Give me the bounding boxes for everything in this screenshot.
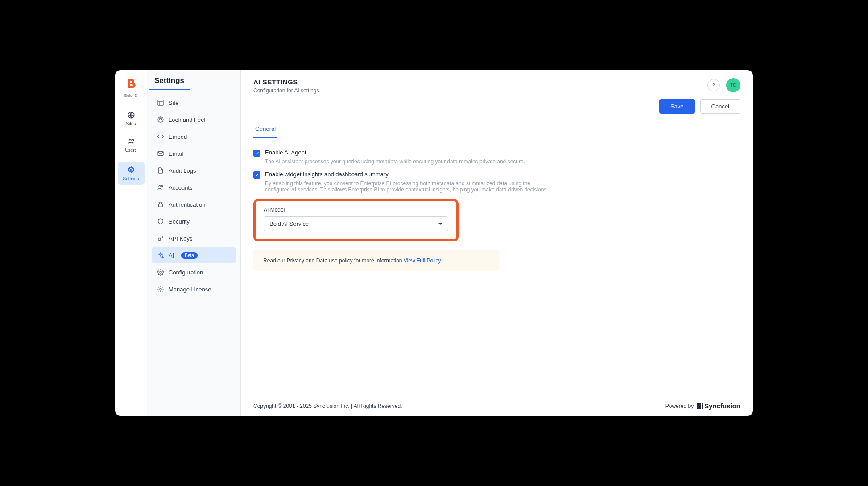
syncfusion-logo: Syncfusion xyxy=(697,402,740,410)
sidebar-item-label: Audit Logs xyxy=(169,167,196,174)
svg-point-6 xyxy=(159,119,160,119)
main-content: AI SETTINGS Configuration for AI setting… xyxy=(241,70,753,416)
cog-icon xyxy=(157,269,164,276)
sidebar-item-label: AI xyxy=(169,252,174,259)
sidebar-item-label: Look and Feel xyxy=(169,116,205,123)
sidebar-item-label: Accounts xyxy=(169,184,192,191)
sparkle-icon xyxy=(157,252,164,259)
sidebar-item-auth[interactable]: Authentication xyxy=(152,196,236,212)
sidebar-item-label: Authentication xyxy=(169,201,205,208)
ai-model-label: AI Model xyxy=(264,207,448,213)
palette-icon xyxy=(157,116,164,123)
sidebar-item-config[interactable]: Configuration xyxy=(152,264,236,280)
sidebar-item-accounts[interactable]: Accounts xyxy=(152,179,236,195)
svg-point-8 xyxy=(161,119,162,119)
sidebar-item-apikeys[interactable]: API Keys xyxy=(152,230,236,246)
sidebar-item-label: Embed xyxy=(169,133,187,140)
svg-point-11 xyxy=(161,185,163,187)
title-block: AI SETTINGS Configuration for AI setting… xyxy=(253,78,321,94)
beta-badge: Beta xyxy=(181,252,198,259)
settings-sidebar: Settings Site Look and Feel Embed Email … xyxy=(147,70,241,416)
powered-by: Powered by Syncfusion xyxy=(665,402,740,410)
rail-item-settings[interactable]: Settings xyxy=(118,162,145,185)
svg-point-10 xyxy=(159,185,161,187)
sidebar-item-security[interactable]: Security xyxy=(152,213,236,229)
svg-point-14 xyxy=(160,271,161,273)
policy-suffix: . xyxy=(441,258,442,264)
brand-logo-text: Bold ID xyxy=(124,93,138,98)
rail-item-sites[interactable]: Sites xyxy=(118,107,145,130)
content-area: Enable AI Agent The AI assistant process… xyxy=(241,138,753,396)
svg-point-1 xyxy=(129,139,131,141)
svg-point-2 xyxy=(132,139,133,141)
sidebar-item-embed[interactable]: Embed xyxy=(152,129,236,145)
people-icon xyxy=(157,184,164,191)
save-button[interactable]: Save xyxy=(659,99,695,114)
policy-text: Read our Privacy and Data use policy for… xyxy=(263,258,404,264)
license-icon xyxy=(157,286,164,293)
svg-rect-12 xyxy=(158,204,162,207)
checkbox-insights[interactable] xyxy=(253,171,260,179)
caret-down-icon xyxy=(438,223,442,225)
page-title: AI SETTINGS xyxy=(253,78,321,86)
app-window: Bold ID Sites Users Settings Settings Si… xyxy=(115,70,753,416)
checkbox-row-insights: Enable widget insights and dashboard sum… xyxy=(253,171,740,179)
svg-point-7 xyxy=(160,118,161,118)
help-button[interactable] xyxy=(707,79,720,91)
rail-item-users[interactable]: Users xyxy=(118,133,145,156)
tab-general[interactable]: General xyxy=(253,121,277,138)
gear-icon xyxy=(127,166,136,174)
sidebar-item-label: API Keys xyxy=(169,235,192,242)
sidebar-title: Settings xyxy=(149,76,190,90)
main-header: AI SETTINGS Configuration for AI setting… xyxy=(241,70,753,94)
layout-icon xyxy=(157,99,164,106)
sidebar-item-label: Configuration xyxy=(169,269,203,276)
sidebar-item-ai[interactable]: AIBeta xyxy=(152,247,236,263)
sidebar-item-label: Security xyxy=(169,218,190,225)
checkbox-enable-ai[interactable] xyxy=(253,150,260,157)
sidebar-item-email[interactable]: Email xyxy=(152,145,236,162)
rail-item-label: Settings xyxy=(123,176,139,181)
rail-separator xyxy=(122,104,140,104)
action-bar: Save Cancel xyxy=(241,94,753,114)
checkbox-label: Enable widget insights and dashboard sum… xyxy=(265,171,389,178)
ai-model-select[interactable]: Bold AI Service xyxy=(264,216,448,231)
sidebar-item-audit[interactable]: Audit Logs xyxy=(152,162,236,179)
footer: Copyright © 2001 - 2025 Syncfusion Inc. … xyxy=(241,396,753,416)
code-icon xyxy=(157,133,164,140)
brand-logo[interactable] xyxy=(122,75,140,92)
user-avatar[interactable]: TC xyxy=(726,78,740,92)
policy-link[interactable]: View Full Policy xyxy=(404,258,441,264)
cancel-button[interactable]: Cancel xyxy=(700,99,740,114)
svg-point-3 xyxy=(130,169,132,171)
sidebar-item-label: Manage License xyxy=(169,286,211,293)
rail-item-label: Users xyxy=(125,148,136,153)
sidebar-item-license[interactable]: Manage License xyxy=(152,281,236,297)
syncfusion-logo-icon xyxy=(697,403,703,409)
ai-model-highlight-box: AI Model Bold AI Service xyxy=(253,199,459,241)
checkbox-desc: The AI assistant processes your queries … xyxy=(265,158,555,165)
shield-icon xyxy=(157,218,164,225)
settings-nav: Site Look and Feel Embed Email Audit Log… xyxy=(147,95,240,297)
rail-item-label: Sites xyxy=(126,121,136,126)
ai-model-value: Bold AI Service xyxy=(269,220,309,227)
left-rail: Bold ID Sites Users Settings xyxy=(115,70,147,416)
users-icon xyxy=(127,137,136,146)
header-right: TC xyxy=(707,78,740,92)
syncfusion-brand-text: Syncfusion xyxy=(704,402,740,410)
checkbox-label: Enable AI Agent xyxy=(265,149,306,156)
svg-point-13 xyxy=(158,238,161,240)
policy-banner: Read our Privacy and Data use policy for… xyxy=(253,250,499,271)
globe-icon xyxy=(127,111,136,120)
lock-icon xyxy=(157,201,164,208)
checkbox-desc: By enabling this feature, you consent to… xyxy=(265,180,555,193)
sidebar-item-site[interactable]: Site xyxy=(152,95,236,111)
mail-icon xyxy=(157,150,164,157)
sidebar-item-label: Site xyxy=(169,100,178,106)
sidebar-item-label: Email xyxy=(169,150,183,157)
powered-label: Powered by xyxy=(665,403,694,409)
sidebar-item-look[interactable]: Look and Feel xyxy=(152,112,236,128)
svg-point-15 xyxy=(160,288,161,290)
checkbox-row-enable-ai: Enable AI Agent xyxy=(253,149,740,157)
rail-separator xyxy=(122,159,140,159)
